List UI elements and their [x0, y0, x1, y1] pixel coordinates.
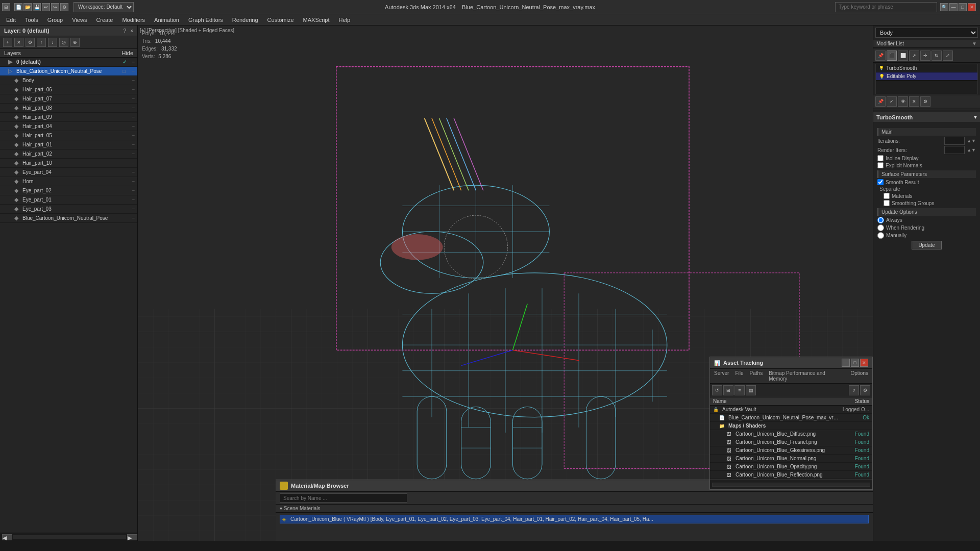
- save-btn[interactable]: 💾: [33, 3, 41, 11]
- modifier-list-dropdown-icon[interactable]: ▼: [972, 41, 977, 46]
- maximize-btn[interactable]: □: [959, 3, 967, 11]
- when-rendering-radio[interactable]: [877, 224, 884, 231]
- at-menu-options[interactable]: Options: [851, 370, 868, 382]
- options-btn[interactable]: ⚙: [60, 3, 68, 11]
- redo-btn[interactable]: ↪: [51, 3, 59, 11]
- layer-item[interactable]: ◆Eye_part_02···: [0, 186, 137, 195]
- at-file-item[interactable]: 📄 Blue_Cartoon_Unicorn_Neutral_Pose_max_…: [710, 414, 872, 422]
- app-icon[interactable]: ⊞: [2, 3, 10, 11]
- delete-layer-btn[interactable]: ✕: [14, 38, 23, 47]
- select-objects-btn[interactable]: ◎: [59, 38, 68, 47]
- close-btn[interactable]: ✕: [968, 3, 976, 11]
- move-up-btn[interactable]: ↑: [37, 38, 46, 47]
- stack-delete-btn[interactable]: ✕: [909, 96, 919, 107]
- workspace-dropdown[interactable]: Workspace: Default: [74, 2, 134, 12]
- scroll-left-btn[interactable]: ◀: [2, 534, 12, 540]
- mb-material-item[interactable]: ◈ Cartoon_Unicorn_Blue ( VRayMtl ) [Body…: [280, 515, 869, 523]
- layer-item[interactable]: ▶ 0 (default) ✓ ···: [0, 58, 137, 67]
- smoothing-groups-checkbox[interactable]: [884, 200, 890, 206]
- layer-settings-btn[interactable]: ⚙: [26, 38, 35, 47]
- modifier-move-btn[interactable]: ✛: [920, 51, 930, 61]
- search-input[interactable]: [835, 2, 937, 12]
- explicit-normals-checkbox[interactable]: [877, 162, 884, 168]
- at-map-item[interactable]: 🖼 Cartoon_Unicorn_Blue_Reflection.png Fo…: [710, 471, 872, 479]
- at-map-item[interactable]: 🖼 Cartoon_Unicorn_Blue_Opacity.png Found: [710, 463, 872, 471]
- new-layer-btn[interactable]: +: [3, 38, 12, 47]
- search-icon[interactable]: 🔍: [940, 3, 948, 11]
- at-refresh-btn[interactable]: ↺: [712, 385, 722, 395]
- scroll-right-btn[interactable]: ▶: [127, 534, 137, 540]
- smooth-result-checkbox[interactable]: [877, 179, 884, 185]
- update-button[interactable]: Update: [912, 241, 941, 249]
- undo-btn[interactable]: ↩: [42, 3, 50, 11]
- at-folder-item[interactable]: 📁 Maps / Shaders: [710, 422, 872, 430]
- menu-edit[interactable]: Edit: [2, 16, 20, 24]
- menu-maxscript[interactable]: MAXScript: [299, 16, 334, 24]
- at-detail-btn[interactable]: ▤: [746, 385, 756, 395]
- layer-item[interactable]: ◆Hair_part_10···: [0, 159, 137, 168]
- layer-item[interactable]: ◆Hair_part_08···: [0, 104, 137, 113]
- add-objects-btn[interactable]: ⊕: [70, 38, 80, 47]
- modifier-pin-btn[interactable]: 📌: [875, 51, 886, 61]
- layers-help-btn[interactable]: ?: [124, 28, 127, 34]
- menu-tools[interactable]: Tools: [21, 16, 42, 24]
- move-down-btn[interactable]: ↓: [48, 38, 57, 47]
- menu-customize[interactable]: Customize: [263, 16, 298, 24]
- at-map-item[interactable]: 🖼 Cartoon_Unicorn_Blue_Glossiness.png Fo…: [710, 446, 872, 455]
- at-list-btn[interactable]: ≡: [734, 385, 745, 395]
- manually-radio[interactable]: [877, 232, 884, 239]
- at-help-btn[interactable]: ?: [849, 385, 859, 395]
- at-grid-btn[interactable]: ⊞: [723, 385, 733, 395]
- stack-pin-btn[interactable]: 📌: [875, 96, 886, 107]
- turbosmooth-modifier[interactable]: 💡 TurboSmooth: [876, 64, 977, 72]
- layer-item[interactable]: ◆ Body ···: [0, 76, 137, 85]
- layer-item[interactable]: ◆Eye_part_03···: [0, 205, 137, 214]
- layer-item[interactable]: ◆Hair_part_04···: [0, 122, 137, 131]
- layer-item[interactable]: ◆Blue_Cartoon_Unicorn_Neutral_Pose···: [0, 214, 137, 223]
- modifier-rotate-btn[interactable]: ↻: [932, 51, 942, 61]
- menu-help[interactable]: Help: [335, 16, 355, 24]
- isoline-checkbox[interactable]: [877, 155, 884, 161]
- body-selector[interactable]: Body: [875, 28, 978, 38]
- at-map-item[interactable]: 🖼 Cartoon_Unicorn_Blue_Diffuse.png Found: [710, 430, 872, 438]
- stack-active-btn[interactable]: ✓: [887, 96, 897, 107]
- at-map-item[interactable]: 🖼 Cartoon_Unicorn_Blue_Fresnel.png Found: [710, 438, 872, 446]
- iterations-spinner[interactable]: ▲▼: [967, 138, 976, 143]
- at-menu-file[interactable]: File: [735, 370, 743, 382]
- stack-show-btn[interactable]: 👁: [898, 96, 908, 107]
- layer-item[interactable]: ◆Hair_part_09···: [0, 113, 137, 122]
- iterations-input[interactable]: 0: [944, 137, 965, 145]
- minimize-btn[interactable]: —: [949, 3, 958, 11]
- layer-item[interactable]: ◆Eye_part_04···: [0, 168, 137, 177]
- render-iters-spinner[interactable]: ▲▼: [967, 147, 976, 153]
- layer-item[interactable]: ◆Hair_part_06···: [0, 85, 137, 94]
- mb-search-input[interactable]: [280, 493, 407, 503]
- materials-checkbox[interactable]: [884, 193, 890, 199]
- menu-create[interactable]: Create: [92, 16, 117, 24]
- at-close-btn[interactable]: ✕: [860, 359, 868, 367]
- layer-item[interactable]: ◆Eye_part_01···: [0, 195, 137, 205]
- open-btn[interactable]: 📂: [23, 3, 32, 11]
- layers-close-btn[interactable]: ×: [130, 28, 133, 34]
- at-vault-item[interactable]: 🔒 Autodesk Vault Logged O...: [710, 406, 872, 414]
- menu-animation[interactable]: Animation: [150, 16, 183, 24]
- menu-rendering[interactable]: Rendering: [228, 16, 262, 24]
- at-settings-btn[interactable]: ⚙: [860, 385, 870, 395]
- menu-views[interactable]: Views: [68, 16, 91, 24]
- menu-group[interactable]: Group: [43, 16, 67, 24]
- turbosmooth-rollout[interactable]: TurboSmooth ▾: [873, 112, 980, 122]
- layer-item[interactable]: ◆Hair_part_01···: [0, 140, 137, 149]
- at-menu-paths[interactable]: Paths: [750, 370, 763, 382]
- always-radio[interactable]: [877, 217, 884, 223]
- new-btn[interactable]: 📄: [14, 3, 22, 11]
- layer-item[interactable]: ◆Horn···: [0, 177, 137, 186]
- layer-item[interactable]: ◆Hair_part_02···: [0, 149, 137, 159]
- modifier-select-btn[interactable]: ↗: [909, 51, 919, 61]
- at-maximize-btn[interactable]: □: [851, 359, 859, 367]
- editable-poly-modifier[interactable]: 💡 Editable Poly: [876, 72, 977, 81]
- layer-item[interactable]: ▷ Blue_Cartoon_Unicorn_Neutral_Pose □ ··…: [0, 67, 137, 76]
- modifier-scale-btn[interactable]: ⤢: [943, 51, 953, 61]
- stack-settings-btn[interactable]: ⚙: [920, 96, 930, 107]
- layers-scrollbar[interactable]: ◀ ▶: [0, 533, 137, 541]
- modifier-wire-btn[interactable]: ⬜: [898, 51, 908, 61]
